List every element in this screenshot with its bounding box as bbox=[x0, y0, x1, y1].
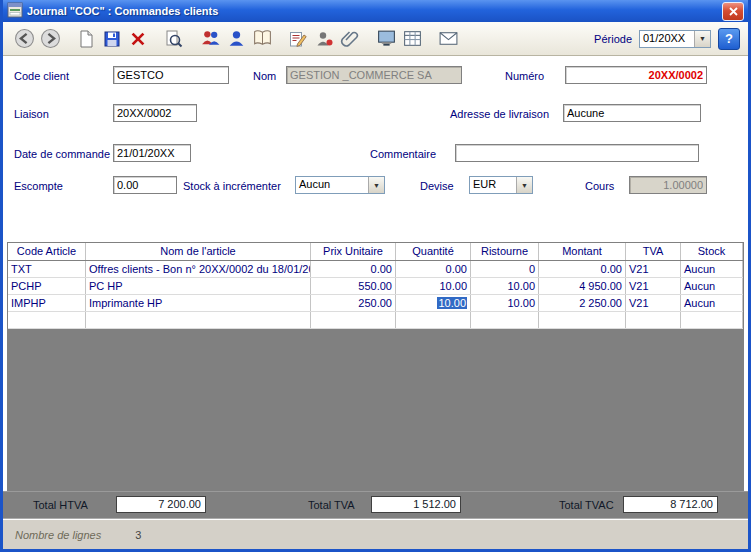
book-icon bbox=[252, 28, 273, 49]
window-title: Journal "COC" : Commandes clients bbox=[27, 5, 718, 17]
adresse-livraison-input[interactable] bbox=[563, 104, 701, 122]
client-icon bbox=[226, 28, 247, 49]
screen-button[interactable] bbox=[373, 26, 399, 52]
table-cell[interactable]: 0.00 bbox=[396, 261, 471, 277]
liaison-input[interactable] bbox=[113, 104, 197, 122]
table-cell[interactable] bbox=[539, 312, 626, 328]
cours-input bbox=[629, 176, 707, 194]
monitor-icon bbox=[376, 28, 397, 49]
table-cell[interactable]: 250.00 bbox=[311, 295, 396, 311]
new-document-button[interactable] bbox=[73, 26, 99, 52]
mail-icon bbox=[438, 28, 459, 49]
numero-label: Numéro bbox=[505, 70, 544, 82]
stock-value: Aucun bbox=[296, 177, 368, 193]
table-cell[interactable] bbox=[311, 312, 396, 328]
catalog-button[interactable] bbox=[249, 26, 275, 52]
table-row[interactable]: PCHP PC HP 550.00 10.00 10.00 4 950.00 V… bbox=[8, 278, 743, 295]
commentaire-input[interactable] bbox=[455, 144, 699, 162]
attachment-button[interactable] bbox=[337, 26, 363, 52]
table-cell[interactable] bbox=[86, 312, 311, 328]
table-cell[interactable]: V21 bbox=[626, 278, 681, 294]
table-header-cell: Quantité bbox=[396, 243, 471, 260]
entry-button[interactable] bbox=[285, 26, 311, 52]
adresse-livraison-label: Adresse de livraison bbox=[450, 108, 549, 120]
table-cell-selected[interactable]: 10.00 bbox=[396, 295, 471, 311]
search-button[interactable] bbox=[161, 26, 187, 52]
mail-button[interactable] bbox=[435, 26, 461, 52]
table-cell[interactable]: Offres clients - Bon n° 20XX/0002 du 18/… bbox=[86, 261, 311, 277]
table-header-cell: Code Article bbox=[8, 243, 86, 260]
table-cell[interactable]: Aucun bbox=[681, 261, 743, 277]
chevron-down-icon[interactable]: ▼ bbox=[368, 177, 384, 193]
table-header-row: Code Article Nom de l'article Prix Unita… bbox=[8, 243, 743, 261]
delete-button[interactable] bbox=[125, 26, 151, 52]
close-icon bbox=[729, 7, 738, 16]
search-icon bbox=[164, 29, 184, 49]
contact-button[interactable] bbox=[311, 26, 337, 52]
table-cell[interactable] bbox=[396, 312, 471, 328]
devise-label: Devise bbox=[420, 180, 454, 192]
table-header-cell: Stock bbox=[681, 243, 743, 260]
table-cell[interactable]: Aucun bbox=[681, 278, 743, 294]
write-icon bbox=[288, 29, 308, 49]
table-header-cell: Ristourne bbox=[471, 243, 539, 260]
code-client-input[interactable] bbox=[113, 66, 229, 84]
table-cell[interactable]: Imprimante HP bbox=[86, 295, 311, 311]
numero-input[interactable] bbox=[565, 66, 707, 84]
chevron-down-icon[interactable]: ▼ bbox=[694, 31, 710, 47]
back-button[interactable] bbox=[11, 26, 37, 52]
clients-button[interactable] bbox=[197, 26, 223, 52]
table-cell[interactable]: 10.00 bbox=[471, 278, 539, 294]
help-button[interactable]: ? bbox=[718, 28, 740, 50]
stock-select[interactable]: Aucun ▼ bbox=[295, 176, 385, 194]
table-cell[interactable]: IMPHP bbox=[8, 295, 86, 311]
close-button[interactable] bbox=[722, 2, 744, 21]
table-row[interactable]: TXT Offres clients - Bon n° 20XX/0002 du… bbox=[8, 261, 743, 278]
grid-icon bbox=[402, 28, 423, 49]
table-header-cell: Montant bbox=[539, 243, 626, 260]
table-cell[interactable]: 2 250.00 bbox=[539, 295, 626, 311]
save-button[interactable] bbox=[99, 26, 125, 52]
nom-label: Nom bbox=[253, 70, 276, 82]
escompte-input[interactable] bbox=[113, 176, 177, 194]
table-cell[interactable] bbox=[681, 312, 743, 328]
table-cell[interactable]: 10.00 bbox=[396, 278, 471, 294]
client-button[interactable] bbox=[223, 26, 249, 52]
table-cell[interactable]: V21 bbox=[626, 261, 681, 277]
table-cell[interactable]: 4 950.00 bbox=[539, 278, 626, 294]
new-document-icon bbox=[76, 29, 96, 49]
table-cell[interactable]: V21 bbox=[626, 295, 681, 311]
table-empty-area bbox=[8, 329, 743, 490]
forward-button[interactable] bbox=[37, 26, 63, 52]
table-row-empty[interactable] bbox=[8, 312, 743, 329]
table-cell[interactable]: TXT bbox=[8, 261, 86, 277]
articles-table: Code Article Nom de l'article Prix Unita… bbox=[7, 242, 744, 491]
titlebar[interactable]: Journal "COC" : Commandes clients bbox=[3, 0, 748, 22]
devise-select[interactable]: EUR ▼ bbox=[469, 176, 533, 194]
grid-button[interactable] bbox=[399, 26, 425, 52]
period-value: 01/20XX bbox=[640, 31, 694, 47]
table-cell[interactable]: Aucun bbox=[681, 295, 743, 311]
date-commande-input[interactable] bbox=[113, 144, 191, 162]
liaison-label: Liaison bbox=[14, 108, 49, 120]
table-cell[interactable]: 0.00 bbox=[311, 261, 396, 277]
selected-cell-text: 10.00 bbox=[437, 297, 467, 309]
toolbar: Période 01/20XX ▼ ? bbox=[3, 22, 748, 56]
table-cell[interactable]: PCHP bbox=[8, 278, 86, 294]
table-cell[interactable]: PC HP bbox=[86, 278, 311, 294]
table-cell[interactable] bbox=[626, 312, 681, 328]
table-cell[interactable]: 550.00 bbox=[311, 278, 396, 294]
table-row[interactable]: IMPHP Imprimante HP 250.00 10.00 10.00 2… bbox=[8, 295, 743, 312]
window-content: Période 01/20XX ▼ ? Code client Nom Numé… bbox=[3, 22, 748, 549]
chevron-down-icon[interactable]: ▼ bbox=[516, 177, 532, 193]
total-tva-value: 1 512.00 bbox=[371, 496, 461, 513]
app-icon bbox=[7, 2, 23, 20]
table-cell[interactable]: 0.00 bbox=[539, 261, 626, 277]
table-cell[interactable] bbox=[8, 312, 86, 328]
forward-icon bbox=[40, 28, 61, 49]
table-cell[interactable] bbox=[471, 312, 539, 328]
period-select[interactable]: 01/20XX ▼ bbox=[639, 30, 711, 48]
back-icon bbox=[14, 28, 35, 49]
table-cell[interactable]: 10.00 bbox=[471, 295, 539, 311]
table-cell[interactable]: 0 bbox=[471, 261, 539, 277]
